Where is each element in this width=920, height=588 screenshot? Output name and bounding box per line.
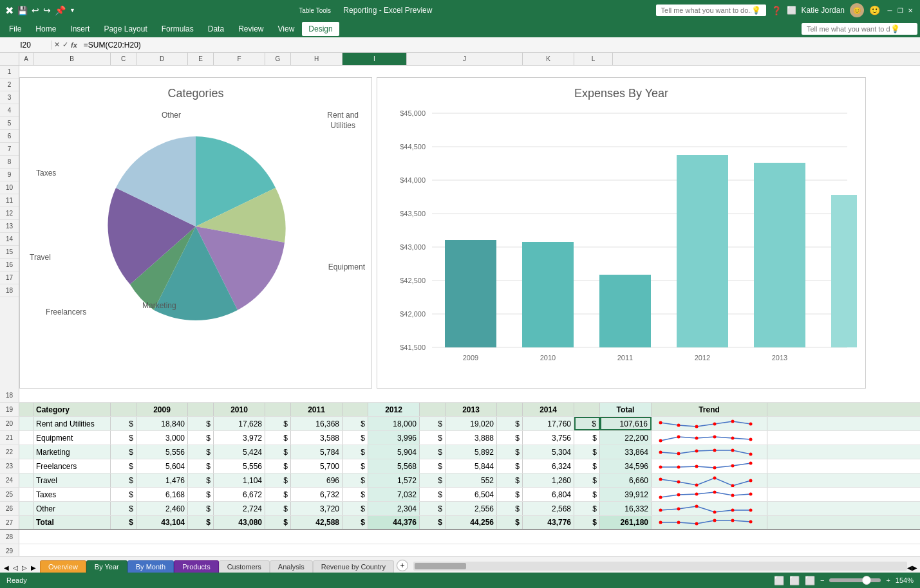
cell-a19[interactable] [19, 403, 33, 416]
tab-file[interactable]: File [3, 22, 28, 36]
cell-i22[interactable]: 5,904 [368, 445, 420, 459]
cell-f24[interactable]: 1,104 [214, 473, 265, 487]
cell-b19[interactable]: Category [33, 403, 111, 416]
cell-k27-dollar[interactable]: $ [497, 516, 523, 529]
cell-h25[interactable]: 6,732 [291, 488, 343, 501]
tab-design[interactable]: Design [302, 22, 339, 36]
scrollbar-thumb[interactable] [415, 563, 466, 569]
tab-customers[interactable]: Customers [219, 560, 270, 573]
cell-d23[interactable]: 5,604 [136, 459, 188, 473]
cell-g24-dollar[interactable]: $ [265, 473, 291, 487]
cell-g21-dollar[interactable]: $ [265, 431, 291, 445]
cell-j27-dollar[interactable]: $ [420, 516, 446, 529]
cell-k25[interactable]: 6,804 [523, 488, 574, 501]
col-header-c[interactable]: C [111, 53, 136, 65]
insert-function-icon[interactable]: fx [71, 41, 77, 49]
undo-icon[interactable]: ↩ [32, 5, 39, 15]
view-layout-icon[interactable]: ⬜ [789, 576, 800, 585]
cell-d27[interactable]: 43,104 [136, 516, 188, 529]
search-input[interactable] [661, 6, 751, 14]
cell-i24[interactable]: 1,572 [368, 473, 420, 487]
save-icon[interactable]: 💾 [17, 6, 28, 15]
cell-k21[interactable]: 3,756 [523, 431, 574, 445]
cell-l22-total[interactable]: 33,864 [600, 445, 652, 459]
cell-g22-dollar[interactable]: $ [265, 445, 291, 459]
cell-j23[interactable]: 5,844 [446, 459, 497, 473]
cell-l21-dollar[interactable]: $ [574, 431, 600, 445]
cell-b22[interactable]: Marketing [33, 445, 111, 459]
col-header-b[interactable]: B [33, 53, 111, 65]
cell-d20[interactable]: 18,840 [136, 417, 188, 430]
cell-d24[interactable]: 1,476 [136, 473, 188, 487]
cell-l25-dollar[interactable]: $ [574, 488, 600, 501]
cell-k24-dollar[interactable]: $ [497, 473, 523, 487]
cell-g19[interactable] [265, 403, 291, 416]
cell-a20[interactable] [19, 417, 33, 430]
cell-l26-total[interactable]: 16,332 [600, 502, 652, 515]
cell-d21[interactable]: 3,000 [136, 431, 188, 445]
cell-j22[interactable]: 5,892 [446, 445, 497, 459]
cell-i25-dollar[interactable]: $ [343, 488, 368, 501]
cell-c21-dollar[interactable]: $ [111, 431, 136, 445]
cell-c22-dollar[interactable]: $ [111, 445, 136, 459]
cell-f25[interactable]: 6,672 [214, 488, 265, 501]
tab-scroll-right-2[interactable]: ▷ [21, 563, 28, 573]
cell-l23-dollar[interactable]: $ [574, 459, 600, 473]
col-header-j[interactable]: J [407, 53, 523, 65]
cell-l20-total-selected[interactable]: 107,616 [600, 417, 652, 430]
zoom-slider[interactable] [829, 578, 881, 582]
search-bar[interactable]: 💡 [656, 5, 766, 16]
tab-by-year[interactable]: By Year [86, 560, 127, 573]
tab-scroll-controls[interactable]: ◀ ◁ ▷ ▶ [3, 563, 37, 573]
tab-revenue-by-country[interactable]: Revenue by Country [313, 560, 394, 573]
view-normal-icon[interactable]: ⬜ [774, 576, 784, 585]
cell-k23[interactable]: 6,324 [523, 459, 574, 473]
pie-chart-container[interactable]: Categories [19, 77, 372, 389]
cell-k19-dollar[interactable] [497, 403, 523, 416]
cell-e20-dollar[interactable]: $ [188, 417, 214, 430]
cell-i23-dollar[interactable]: $ [343, 459, 368, 473]
add-sheet-button[interactable]: + [397, 560, 408, 571]
cell-k20-dollar[interactable]: $ [497, 417, 523, 430]
cell-b20[interactable]: Rent and Utilities [33, 417, 111, 430]
tab-scroll-right-1[interactable]: ◁ [12, 563, 19, 573]
cell-l24-dollar[interactable]: $ [574, 473, 600, 487]
window-controls[interactable]: ─ ❐ ✕ [885, 6, 915, 15]
col-header-g[interactable]: G [265, 53, 291, 65]
tab-insert[interactable]: Insert [64, 22, 96, 36]
cell-h23[interactable]: 5,700 [291, 459, 343, 473]
cell-a27[interactable] [19, 516, 33, 529]
view-page-icon[interactable]: ⬜ [805, 576, 815, 585]
cell-i20-dollar[interactable]: $ [343, 417, 368, 430]
cell-j19-val[interactable]: 2013 [446, 403, 497, 416]
cell-l27-dollar[interactable]: $ [574, 516, 600, 529]
col-header-d[interactable]: D [136, 53, 188, 65]
col-header-l[interactable]: L [574, 53, 613, 65]
cell-h21[interactable]: 3,588 [291, 431, 343, 445]
cell-a25[interactable] [19, 488, 33, 501]
horizontal-scrollbar[interactable] [413, 562, 907, 571]
cell-j21[interactable]: 3,888 [446, 431, 497, 445]
cell-f23[interactable]: 5,556 [214, 459, 265, 473]
scroll-arrows-right[interactable]: ◀ ▶ [907, 564, 917, 571]
cell-k26-dollar[interactable]: $ [497, 502, 523, 515]
cell-h24[interactable]: 696 [291, 473, 343, 487]
cell-f19[interactable]: 2010 [214, 403, 265, 416]
cell-k22[interactable]: 5,304 [523, 445, 574, 459]
cell-c27-dollar[interactable]: $ [111, 516, 136, 529]
cell-k26[interactable]: 2,568 [523, 502, 574, 515]
cell-j19-dollar[interactable] [420, 403, 446, 416]
ribbon-search-input[interactable] [807, 25, 890, 33]
tab-review[interactable]: Review [232, 22, 270, 36]
help-icon[interactable]: ❓ [771, 6, 782, 15]
cell-j25[interactable]: 6,504 [446, 488, 497, 501]
cell-i23[interactable]: 5,568 [368, 459, 420, 473]
cell-l22-dollar[interactable]: $ [574, 445, 600, 459]
cell-i21-dollar[interactable]: $ [343, 431, 368, 445]
restore-window-icon[interactable]: ⬜ [787, 6, 796, 15]
cell-k25-dollar[interactable]: $ [497, 488, 523, 501]
cell-b24[interactable]: Travel [33, 473, 111, 487]
tab-analysis[interactable]: Analysis [270, 560, 313, 573]
formula-input[interactable]: =SUM(C20:H20) [80, 41, 920, 50]
cell-i26-dollar[interactable]: $ [343, 502, 368, 515]
